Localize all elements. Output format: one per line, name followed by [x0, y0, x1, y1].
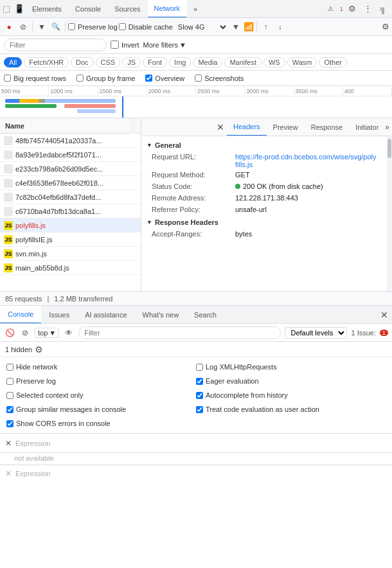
filter-pill-css[interactable]: CSS [96, 57, 121, 67]
tab-network[interactable]: Network [148, 0, 187, 18]
big-rows-checkbox[interactable]: Big request rows [4, 75, 66, 82]
console-stop-button[interactable]: ⊘ [19, 327, 31, 339]
hide-network-input[interactable] [6, 364, 13, 371]
request-url-val[interactable]: https://fe-prod.cdn.bcebos.com/wise/svg/… [235, 153, 377, 168]
autocomplete-input[interactable] [196, 392, 203, 399]
filter-pill-wasm[interactable]: Wasm [287, 57, 317, 67]
more-filters-button[interactable]: More filters ▼ [143, 41, 186, 49]
console-tab-issues[interactable]: Issues [41, 306, 77, 324]
throttle-select[interactable]: Slow 4G Fast 4G No throttling [174, 22, 228, 31]
filter-pill-img[interactable]: Img [169, 57, 191, 67]
console-clear-button[interactable]: 🚫 [4, 327, 15, 339]
group-by-frame-checkbox[interactable]: Group by frame [76, 75, 135, 82]
search-button[interactable]: 🔍 [49, 21, 62, 33]
invert-input[interactable] [111, 40, 119, 49]
show-cors-checkbox[interactable]: Show CORS errors in console [6, 420, 196, 427]
settings-gear-icon[interactable]: ⚙ [35, 344, 43, 355]
overview-input[interactable] [145, 75, 152, 82]
details-tab-preview[interactable]: Preview [267, 118, 305, 136]
hide-network-checkbox[interactable]: Hide network [6, 363, 196, 371]
show-cors-input[interactable] [6, 420, 13, 427]
options-row: Big request rows Group by frame Overview… [0, 71, 392, 86]
settings-icon[interactable]: ⚙ [346, 3, 359, 15]
treat-code-checkbox[interactable]: Treat code evaluation as user action [196, 405, 386, 413]
request-item[interactable]: 8a93e91edabcef5f2f1071... [0, 148, 141, 162]
selected-context-checkbox[interactable]: Selected context only [6, 391, 196, 399]
warn-badge[interactable]: ⚠ [325, 3, 337, 15]
details-tab-headers[interactable]: Headers [227, 118, 267, 136]
console-tab-console[interactable]: Console [0, 306, 41, 324]
request-item[interactable]: e233cb798a6b26d09d5ec... [0, 162, 141, 176]
filter-pill-all[interactable]: All [4, 57, 22, 67]
preserve-log-input[interactable] [68, 23, 75, 30]
tab-sources[interactable]: Sources [108, 0, 147, 18]
request-item[interactable]: JSpolyfillsIE.js [0, 233, 141, 247]
eager-eval-checkbox[interactable]: Eager evaluation [196, 377, 386, 385]
console-tab-ai[interactable]: AI assistance [77, 306, 134, 324]
filter-pill-manifest[interactable]: Manifest [224, 57, 262, 67]
gear-icon[interactable]: ⚙ [382, 22, 389, 31]
screenshots-input[interactable] [195, 75, 202, 82]
console-filter-wrap[interactable] [78, 326, 281, 339]
stop-button[interactable]: ⊘ [17, 21, 30, 33]
tab-more[interactable]: » [187, 0, 204, 18]
preserve-log-checkbox[interactable]: Preserve log [68, 23, 118, 31]
group-similar-input[interactable] [6, 406, 13, 413]
more-icon[interactable]: ⋮ [361, 3, 374, 15]
filter-input-wrap[interactable] [4, 39, 107, 51]
screenshots-checkbox[interactable]: Screenshots [195, 75, 244, 82]
filter-button[interactable]: ▼ [35, 21, 48, 33]
cursor-icon[interactable]: ⬚ [0, 3, 13, 15]
log-xml-input[interactable] [196, 364, 203, 371]
console-tab-search[interactable]: Search [186, 306, 224, 324]
console-close-button[interactable]: ✕ [380, 310, 388, 320]
request-item[interactable]: JSmain_ab55b8d.js [0, 261, 141, 275]
console-filter-input[interactable] [84, 329, 275, 337]
preserve-log-console-input[interactable] [6, 378, 13, 385]
filter-pill-media[interactable]: Media [193, 57, 222, 67]
filter-pill-doc[interactable]: Doc [71, 57, 94, 67]
details-tab-response[interactable]: Response [305, 118, 350, 136]
record-button[interactable]: ● [3, 21, 15, 33]
response-headers-section-header[interactable]: ▼ Response Headers [141, 216, 387, 229]
dock-icon[interactable]: ╗ [377, 3, 389, 15]
tab-elements[interactable]: Elements [26, 0, 69, 18]
preserve-log-console-checkbox[interactable]: Preserve log [6, 377, 196, 385]
request-item[interactable]: 7c82bc04efb6d8fa37defd... [0, 190, 141, 204]
filter-pill-other[interactable]: Other [319, 57, 347, 67]
close-button[interactable]: ✕ [217, 122, 224, 132]
details-tab-initiator[interactable]: Initiator [349, 118, 385, 136]
tab-console[interactable]: Console [69, 0, 108, 18]
console-context-select[interactable]: top ▼ [35, 328, 59, 338]
disable-cache-input[interactable] [119, 23, 126, 30]
console-eye-button[interactable]: 👁 [63, 327, 75, 339]
levels-select[interactable]: Default levels Verbose Info Warnings Err… [285, 327, 347, 339]
request-item[interactable]: c6710ba4d7bfb13dca8a1... [0, 204, 141, 218]
selected-context-input[interactable] [6, 392, 13, 399]
invert-checkbox[interactable]: Invert [111, 40, 139, 49]
request-item[interactable]: c4ef36538e678eeb62f018... [0, 176, 141, 190]
request-item[interactable]: JSsvn.min.js [0, 247, 141, 261]
group-similar-checkbox[interactable]: Group similar messages in console [6, 405, 196, 413]
filter-pill-js[interactable]: JS [122, 57, 141, 67]
group-by-frame-input[interactable] [76, 75, 84, 82]
filter-pill-font[interactable]: Font [143, 57, 167, 67]
filter-pill-fetch/xhr[interactable]: Fetch/XHR [24, 57, 69, 67]
filter-input[interactable] [10, 41, 101, 49]
console-tab-whatsnew[interactable]: What's new [135, 306, 187, 324]
request-item[interactable]: 48fb7457440541a20337a... [0, 134, 141, 148]
throttle-arrow[interactable]: ▼ [229, 21, 242, 33]
eager-eval-input[interactable] [196, 378, 203, 385]
treat-code-input[interactable] [196, 406, 203, 413]
log-xml-checkbox[interactable]: Log XMLHttpRequests [196, 363, 386, 371]
big-rows-input[interactable] [4, 75, 11, 82]
filter-pill-ws[interactable]: WS [263, 57, 285, 67]
overview-checkbox[interactable]: Overview [145, 75, 184, 82]
mobile-icon[interactable]: 📱 [13, 3, 26, 15]
disable-cache-checkbox[interactable]: Disable cache [119, 23, 173, 31]
other-icon [4, 207, 13, 216]
general-section-header[interactable]: ▼ General [141, 139, 387, 152]
request-item[interactable]: JSpolyfills.js [0, 218, 141, 233]
autocomplete-checkbox[interactable]: Autocomplete from history [196, 391, 386, 399]
details-tab-more[interactable]: » [385, 123, 389, 132]
